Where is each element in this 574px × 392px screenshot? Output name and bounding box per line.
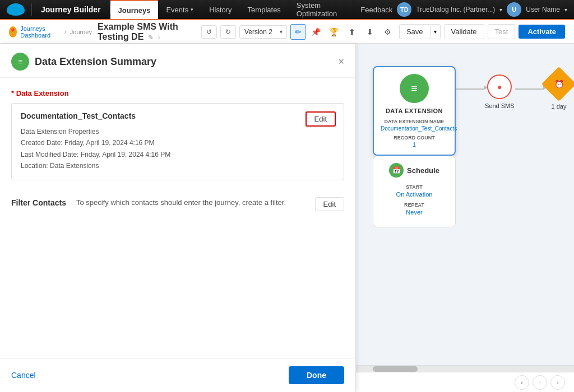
data-ext-name: Documentation_Test_Contacts [21, 111, 335, 120]
panel-title: ≡ Data Extension Summary [11, 53, 156, 71]
canvas-inner: ≡ DATA EXTENSION DATA EXTENSION NAME Doc… [356, 44, 574, 392]
journey-title: Example SMS With Testing DE [98, 22, 178, 41]
de-node-title: DATA EXTENSION [381, 108, 448, 114]
version-wrapper: Version 2 Version 1 Version 3 [239, 25, 287, 39]
trophy-icon[interactable]: 🏆 [326, 24, 342, 40]
breadcrumb-right: ↺ ↻ Version 2 Version 1 Version 3 ✏ 📌 🏆 … [201, 24, 565, 40]
breadcrumb-left: 📍 Journeys Dashboard › Journey Example S… [9, 22, 201, 42]
save-group: Save ▾ [399, 24, 441, 39]
de-node-name-label: DATA EXTENSION NAME [381, 119, 448, 124]
de-node-count-value: 1 [381, 142, 448, 148]
schedule-icon: 📅 [389, 163, 404, 178]
day-diamond-icon: ⏰ [541, 67, 574, 101]
panel-close-button[interactable]: × [338, 57, 344, 67]
feedback-button[interactable]: Feedback [360, 6, 392, 14]
panel-header: ≡ Data Extension Summary × [0, 44, 355, 78]
title-edit-icon[interactable]: ✎ [148, 34, 154, 41]
schedule-header: 📅 Schedule [380, 163, 448, 178]
pin-icon[interactable]: 📌 [308, 24, 324, 40]
schedule-repeat-label: REPEAT [380, 202, 448, 208]
canvas-prev-button[interactable]: ‹ [515, 375, 529, 390]
de-node-icon: ≡ [400, 74, 429, 103]
nav-items: Journeys Events ▾ History Templates Syst… [110, 0, 354, 19]
schedule-start-value: On Activation [380, 191, 448, 198]
canvas-next-button[interactable]: › [550, 375, 565, 390]
panel-content: Data Extension Documentation_Test_Contac… [0, 78, 355, 358]
journey-canvas: ≡ DATA EXTENSION DATA EXTENSION NAME Doc… [356, 44, 574, 392]
schedule-repeat-value: Never [380, 209, 448, 216]
title-nav-arrow-icon[interactable]: › [158, 34, 160, 41]
connector-de-sms [456, 88, 484, 90]
day-clock-icon: ⏰ [554, 80, 564, 88]
panel-footer: Cancel Done [0, 358, 355, 392]
panel-de-icon: ≡ [11, 53, 29, 71]
nav-templates[interactable]: Templates [240, 0, 289, 19]
undo-button[interactable]: ↺ [201, 25, 217, 39]
props-label: Data Extension Properties [21, 126, 335, 137]
cancel-button[interactable]: Cancel [11, 371, 36, 380]
location-row: Location: Data Extensions [21, 160, 335, 171]
org-name: TrueDialog Inc. (Partner...) [416, 6, 495, 13]
data-ext-properties: Data Extension Properties Created Date: … [21, 126, 335, 172]
filter-description: To specify which contacts should enter t… [76, 197, 306, 208]
nav-history[interactable]: History [201, 0, 239, 19]
toolbar-icons: ✏ 📌 🏆 ⬆ ⬇ ⚙ [290, 24, 396, 40]
events-arrow-icon: ▾ [191, 7, 193, 12]
user-name: User Name [526, 6, 560, 13]
schedule-title: Schedule [407, 166, 439, 175]
de-node-name-value: Documentation_Test_Contacts [381, 125, 448, 132]
breadcrumb-separator: › [64, 27, 66, 36]
version-select[interactable]: Version 2 Version 1 Version 3 [239, 25, 287, 39]
app-title: Journey Builder [32, 5, 110, 14]
data-extension-box: Documentation_Test_Contacts Edit Data Ex… [11, 103, 344, 180]
breadcrumb-bar: 📍 Journeys Dashboard › Journey Example S… [0, 20, 574, 44]
done-button[interactable]: Done [289, 366, 344, 384]
schedule-start-label: START [380, 184, 448, 190]
redo-button[interactable]: ↻ [220, 25, 236, 39]
breadcrumb-current: Journey [70, 29, 92, 35]
filter-section: Filter Contacts To specify which contact… [11, 192, 344, 211]
canvas-scrollbar[interactable] [356, 365, 574, 372]
org-dropdown-icon[interactable]: ▾ [499, 7, 502, 13]
test-button[interactable]: Test [488, 24, 516, 39]
save-button[interactable]: Save [399, 24, 430, 39]
day-label: 1 day [547, 103, 571, 110]
activate-button[interactable]: Activate [519, 25, 565, 39]
day-node[interactable]: ⏰ 1 day [547, 72, 571, 110]
user-avatar: U [507, 2, 521, 17]
de-canvas-node[interactable]: ≡ DATA EXTENSION DATA EXTENSION NAME Doc… [373, 66, 456, 156]
sms-label: Send SMS [485, 102, 515, 109]
logo-area [0, 3, 32, 16]
import-icon[interactable]: ⬇ [362, 24, 378, 40]
created-row: Created Date: Friday, April 19, 2024 4:1… [21, 137, 335, 148]
pencil-tool-icon[interactable]: ✏ [290, 24, 306, 40]
modified-row: Last Modified Date: Friday, April 19, 20… [21, 149, 335, 160]
nav-system-optimization[interactable]: System Optimization [289, 0, 354, 19]
bottom-bar: ‹ · › [356, 372, 574, 392]
user-dropdown-icon[interactable]: ▾ [564, 7, 567, 13]
schedule-card[interactable]: 📅 Schedule START On Activation REPEAT Ne… [373, 156, 456, 227]
main-area: ≡ Data Extension Summary × Data Extensio… [0, 44, 574, 392]
nav-events[interactable]: Events ▾ [158, 0, 201, 19]
canvas-scrollbar-thumb[interactable] [373, 366, 418, 372]
save-dropdown-button[interactable]: ▾ [430, 24, 441, 39]
filter-label: Filter Contacts [11, 198, 67, 207]
feedback-avatar: TD [397, 2, 411, 17]
filter-edit-button[interactable]: Edit [315, 197, 344, 211]
de-node-count-label: RECORD COUNT [381, 135, 448, 141]
nav-journeys[interactable]: Journeys [110, 0, 159, 19]
nav-right: Feedback TD TrueDialog Inc. (Partner...)… [354, 2, 574, 17]
export-icon[interactable]: ⬆ [344, 24, 360, 40]
breadcrumb-parent-link[interactable]: Journeys Dashboard [20, 25, 61, 39]
data-extension-section-label: Data Extension [11, 89, 344, 97]
canvas-mid-button[interactable]: · [533, 375, 547, 390]
connector-sms-day [515, 88, 543, 90]
breadcrumb-location-icon: 📍 [9, 26, 17, 38]
sms-circle-icon: ● [487, 74, 512, 99]
top-nav: Journey Builder Journeys Events ▾ Histor… [0, 0, 574, 20]
data-extension-panel: ≡ Data Extension Summary × Data Extensio… [0, 44, 356, 392]
validate-button[interactable]: Validate [444, 24, 484, 39]
settings-icon[interactable]: ⚙ [380, 24, 396, 40]
send-sms-node[interactable]: ● Send SMS [485, 74, 515, 109]
data-ext-edit-button[interactable]: Edit [305, 111, 336, 127]
